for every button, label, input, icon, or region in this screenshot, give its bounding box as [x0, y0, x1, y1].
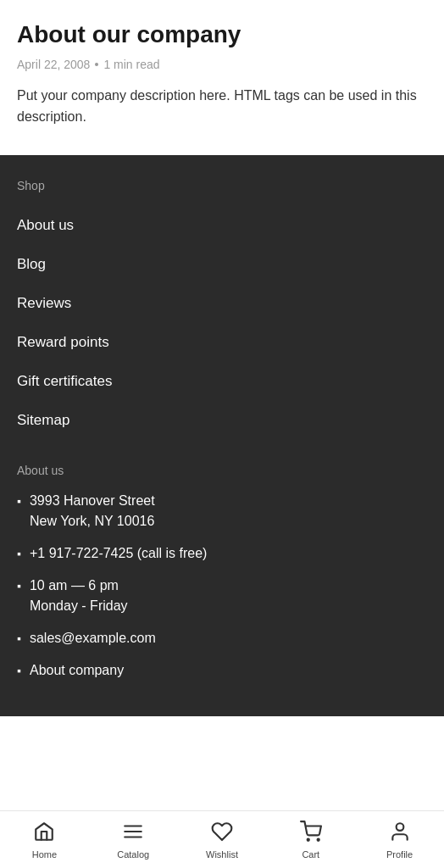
contact-list: ▪ 3993 Hanover StreetNew York, NY 10016 … [17, 491, 427, 681]
svg-point-3 [307, 838, 308, 840]
nav-cart[interactable]: Cart [266, 814, 355, 866]
nav-item-gift-certificates[interactable]: Gift certificates [17, 362, 427, 401]
nav-item-blog[interactable]: Blog [17, 245, 427, 284]
dark-section: Shop About us Blog Reviews Reward points… [0, 155, 444, 716]
nav-item-reward-points[interactable]: Reward points [17, 323, 427, 362]
nav-link-about-us[interactable]: About us [17, 217, 74, 233]
article-read-time: 1 min read [103, 58, 159, 71]
nav-profile-label: Profile [386, 849, 413, 860]
address-text: 3993 Hanover StreetNew York, NY 10016 [30, 491, 155, 531]
cart-icon [300, 821, 322, 846]
nav-item-sitemap[interactable]: Sitemap [17, 401, 427, 440]
hours-text: 10 am — 6 pmMonday - Friday [30, 576, 128, 616]
nav-home-label: Home [32, 849, 57, 860]
contact-address: ▪ 3993 Hanover StreetNew York, NY 10016 [17, 491, 427, 531]
svg-point-5 [396, 823, 403, 831]
nav-link-sitemap[interactable]: Sitemap [17, 412, 69, 428]
about-company-text: About company [30, 660, 124, 681]
nav-catalog-label: Catalog [117, 849, 149, 860]
shop-section: Shop About us Blog Reviews Reward points… [17, 179, 427, 440]
bottom-nav: Home Catalog Wishlist Cart [0, 810, 444, 868]
nav-wishlist[interactable]: Wishlist [178, 814, 267, 866]
bullet-icon: ▪ [17, 492, 21, 510]
nav-wishlist-label: Wishlist [206, 849, 238, 860]
meta-dot [95, 63, 98, 66]
nav-link-blog[interactable]: Blog [17, 256, 46, 272]
bullet-icon: ▪ [17, 577, 21, 595]
about-us-label: About us [17, 464, 427, 477]
wishlist-icon [211, 821, 233, 846]
phone-text: +1 917-722-7425 (call is free) [30, 543, 207, 564]
shop-nav-list: About us Blog Reviews Reward points Gift… [17, 206, 427, 440]
bullet-icon: ▪ [17, 630, 21, 648]
bottom-spacer [0, 716, 444, 784]
contact-email: ▪ sales@example.com [17, 628, 427, 648]
nav-cart-label: Cart [302, 849, 319, 860]
profile-icon [389, 821, 411, 846]
article-date: April 22, 2008 [17, 58, 90, 71]
article-title: About our company [17, 20, 427, 49]
bullet-icon: ▪ [17, 545, 21, 563]
nav-home[interactable]: Home [0, 814, 89, 866]
contact-about-company[interactable]: ▪ About company [17, 660, 427, 681]
about-us-section: About us ▪ 3993 Hanover StreetNew York, … [17, 464, 427, 681]
nav-item-reviews[interactable]: Reviews [17, 284, 427, 323]
article-body: Put your company description here. HTML … [17, 85, 427, 128]
contact-hours: ▪ 10 am — 6 pmMonday - Friday [17, 576, 427, 616]
nav-link-reward-points[interactable]: Reward points [17, 334, 109, 350]
nav-catalog[interactable]: Catalog [89, 814, 178, 866]
nav-item-about-us[interactable]: About us [17, 206, 427, 245]
shop-label: Shop [17, 179, 427, 192]
svg-point-4 [317, 838, 319, 840]
catalog-icon [122, 821, 144, 846]
article-section: About our company April 22, 2008 1 min r… [0, 0, 444, 155]
bullet-icon: ▪ [17, 662, 21, 680]
email-text: sales@example.com [30, 628, 156, 648]
home-icon [33, 821, 55, 846]
nav-link-gift-certificates[interactable]: Gift certificates [17, 373, 112, 389]
nav-link-reviews[interactable]: Reviews [17, 295, 71, 311]
article-meta: April 22, 2008 1 min read [17, 58, 427, 71]
nav-profile[interactable]: Profile [355, 814, 444, 866]
contact-phone: ▪ +1 917-722-7425 (call is free) [17, 543, 427, 564]
